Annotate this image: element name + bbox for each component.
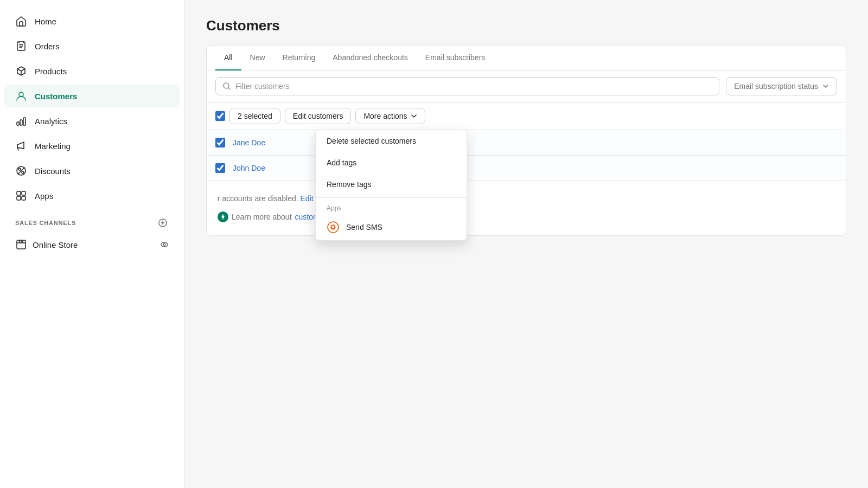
sales-channels-label: SALES CHANNELS xyxy=(15,220,76,226)
dropdown-divider xyxy=(316,197,467,198)
svg-rect-9 xyxy=(17,191,21,195)
sidebar: Home Orders Products xyxy=(0,0,184,488)
bulk-action-row: 2 selected Edit customers More actions D… xyxy=(207,102,846,130)
customer-row-jane: Jane Doe xyxy=(207,130,846,156)
store-icon xyxy=(15,239,27,251)
svg-rect-0 xyxy=(20,22,23,26)
jane-doe-name[interactable]: Jane Doe xyxy=(233,138,265,147)
more-actions-dropdown: Delete selected customers Add tags Remov… xyxy=(315,130,467,241)
sales-channels-section: SALES CHANNELS xyxy=(0,208,184,232)
more-actions-label: More actions xyxy=(363,112,407,120)
customers-icon xyxy=(15,90,27,102)
dropdown-item-delete[interactable]: Delete selected customers xyxy=(316,130,467,152)
tab-all[interactable]: All xyxy=(215,46,241,70)
john-doe-checkbox[interactable] xyxy=(215,163,225,173)
svg-point-6 xyxy=(18,168,21,170)
orders-icon xyxy=(15,40,27,52)
customers-card: All New Returning Abandoned checkouts Em… xyxy=(206,45,846,236)
svg-point-18 xyxy=(328,222,339,233)
customer-row-john: John Doe xyxy=(207,156,846,181)
add-sales-channel-button[interactable] xyxy=(157,217,169,229)
send-sms-label: Send SMS xyxy=(346,223,382,232)
sidebar-item-customers[interactable]: Customers xyxy=(4,85,180,107)
sidebar-item-products-label: Products xyxy=(35,67,67,76)
sidebar-item-marketing-label: Marketing xyxy=(35,142,71,151)
sidebar-item-home[interactable]: Home xyxy=(4,10,180,33)
apps-icon xyxy=(15,190,27,202)
tab-returning[interactable]: Returning xyxy=(274,46,324,70)
svg-rect-10 xyxy=(22,191,25,195)
search-input[interactable] xyxy=(235,82,712,91)
svg-rect-11 xyxy=(17,196,21,200)
svg-point-19 xyxy=(331,226,335,229)
svg-point-15 xyxy=(161,242,168,247)
chevron-down-icon xyxy=(822,83,829,89)
dropdown-item-remove-tags[interactable]: Remove tags xyxy=(316,174,467,195)
select-all-checkbox[interactable] xyxy=(215,111,225,121)
svg-rect-3 xyxy=(17,122,19,125)
sidebar-item-apps-label: Apps xyxy=(35,191,53,201)
accounts-disabled-text: r accounts are disabled. Edit settings xyxy=(218,194,835,203)
filter-dropdown[interactable]: Email subscription status xyxy=(726,77,837,95)
online-store-label: Online Store xyxy=(33,240,155,249)
sidebar-item-marketing[interactable]: Marketing xyxy=(4,134,180,157)
discounts-icon xyxy=(15,165,27,177)
selected-count: 2 selected xyxy=(229,108,280,124)
sidebar-item-orders[interactable]: Orders xyxy=(4,35,180,57)
chevron-down-icon xyxy=(411,113,417,119)
products-icon xyxy=(15,65,27,77)
sidebar-item-customers-label: Customers xyxy=(35,92,77,101)
svg-point-2 xyxy=(19,92,23,97)
dropdown-apps-section-label: Apps xyxy=(316,200,467,214)
john-doe-name[interactable]: John Doe xyxy=(233,164,265,172)
svg-point-7 xyxy=(22,171,24,174)
filter-dropdown-label: Email subscription status xyxy=(734,82,818,91)
home-icon xyxy=(15,15,27,27)
dropdown-item-add-tags[interactable]: Add tags xyxy=(316,152,467,174)
sidebar-item-products[interactable]: Products xyxy=(4,60,180,82)
svg-rect-5 xyxy=(23,118,25,125)
sidebar-item-discounts[interactable]: Discounts xyxy=(4,159,180,182)
sms-gear-icon xyxy=(327,221,340,234)
page-title: Customers xyxy=(206,17,846,34)
tabs-bar: All New Returning Abandoned checkouts Em… xyxy=(207,46,846,70)
svg-rect-12 xyxy=(22,196,25,200)
svg-point-16 xyxy=(163,243,165,246)
more-actions-button[interactable]: More actions xyxy=(355,108,425,124)
search-icon xyxy=(222,82,231,91)
tab-email-subscribers[interactable]: Email subscribers xyxy=(417,46,494,70)
main-content: Customers All New Returning Abandoned ch… xyxy=(184,0,868,488)
tab-new[interactable]: New xyxy=(241,46,274,70)
jane-doe-checkbox[interactable] xyxy=(215,138,225,147)
sidebar-item-analytics-label: Analytics xyxy=(35,117,67,126)
search-row: Email subscription status xyxy=(207,70,846,102)
search-box[interactable] xyxy=(215,77,719,95)
sidebar-item-orders-label: Orders xyxy=(35,42,60,51)
info-area: r accounts are disabled. Edit settings L… xyxy=(207,181,846,235)
tab-abandoned-checkouts[interactable]: Abandoned checkouts xyxy=(324,46,417,70)
sidebar-item-online-store[interactable]: Online Store xyxy=(4,233,180,256)
eye-icon-button[interactable] xyxy=(160,240,169,249)
sidebar-item-discounts-label: Discounts xyxy=(35,166,71,176)
edit-customers-button[interactable]: Edit customers xyxy=(285,108,352,124)
analytics-icon xyxy=(15,115,27,127)
sidebar-item-home-label: Home xyxy=(35,17,56,26)
dropdown-item-send-sms[interactable]: Send SMS xyxy=(316,214,467,240)
sidebar-item-apps[interactable]: Apps xyxy=(4,184,180,207)
shopify-icon xyxy=(218,211,228,222)
sidebar-item-analytics[interactable]: Analytics xyxy=(4,110,180,132)
svg-rect-4 xyxy=(20,120,22,125)
marketing-icon xyxy=(15,140,27,152)
